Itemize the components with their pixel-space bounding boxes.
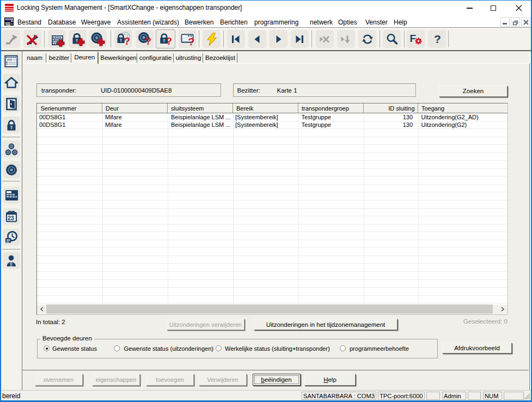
svg-text:?: ? [188,36,194,47]
svg-text:23: 23 [8,215,14,221]
svg-text:?: ? [145,35,151,47]
svg-text:?: ? [434,33,441,45]
svg-text:?: ? [124,35,130,47]
svg-text:F: F [409,33,416,44]
svg-text:?: ? [166,35,173,47]
